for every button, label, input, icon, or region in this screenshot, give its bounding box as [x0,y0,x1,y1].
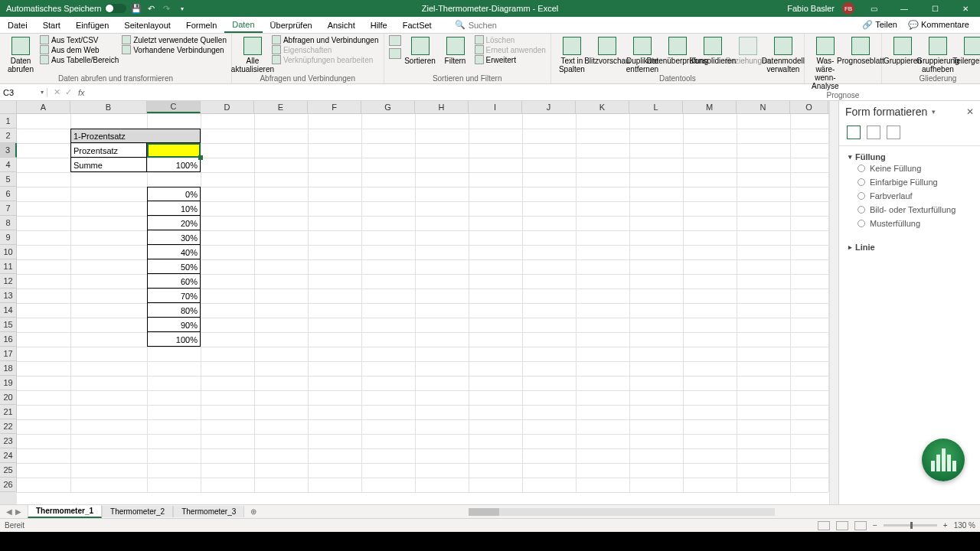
sort-asc-icon[interactable] [389,35,401,46]
col-header-G[interactable]: G [361,101,415,113]
cell-C14[interactable]: 80% [148,303,200,318]
vorhandene-verbindungen[interactable]: Vorhandene Verbindungen [122,45,227,54]
undo-icon[interactable]: ↶ [146,3,157,14]
col-header-B[interactable]: B [70,101,147,113]
ribbon-options-icon[interactable]: ▭ [862,0,885,17]
col-header-H[interactable]: H [415,101,469,113]
col-header-F[interactable]: F [308,101,361,113]
erweitert[interactable]: Erweitert [475,55,546,64]
auto-save-toggle[interactable]: Automatisches Speichern [6,4,126,13]
col-header-O[interactable]: O [790,101,828,113]
row-header-22[interactable]: 22 [0,419,17,434]
fill-option-none[interactable]: Keine Füllung [848,161,971,175]
datenmodell-verwalten-button[interactable]: Datenmodell verwalten [767,35,799,73]
tab-ueberpruefen[interactable]: Überprüfen [263,17,320,33]
redo-icon[interactable]: ↷ [162,3,172,14]
aus-tabelle-bereich[interactable]: Aus Tabelle/Bereich [40,55,119,64]
cell-C11[interactable]: 50% [148,259,200,274]
zoom-level[interactable]: 130 % [954,521,975,530]
row-header-11[interactable]: 11 [0,259,17,274]
cell-B4[interactable]: Summe [71,158,146,172]
toggle-switch[interactable] [105,4,126,13]
tab-einfuegen[interactable]: Einfügen [68,17,116,33]
minimize-icon[interactable]: — [893,0,916,17]
col-header-E[interactable]: E [254,101,308,113]
select-all-corner[interactable] [0,101,17,113]
filtern-button[interactable]: Filtern [439,35,472,65]
cell-C13[interactable]: 70% [148,289,200,303]
row-header-7[interactable]: 7 [0,201,17,216]
blitzvorschau-button[interactable]: Blitzvorschau [591,35,623,65]
abfragen-verbindungen[interactable]: Abfragen und Verbindungen [272,35,379,44]
horizontal-scrollbar[interactable] [263,508,980,516]
tab-ansicht[interactable]: Ansicht [320,17,363,33]
konsolidieren-button[interactable]: Konsolidieren [697,35,729,65]
fill-option-gradient[interactable]: Farbverlauf [848,189,971,203]
add-sheet-icon[interactable]: ⊕ [244,507,263,516]
daten-abrufen-button[interactable]: Daten abrufen [5,35,37,73]
user-avatar[interactable]: FB [842,2,854,15]
cell-C8[interactable]: 20% [148,216,200,230]
sheet-nav-prev-icon[interactable]: ◀ [6,507,12,516]
row-header-19[interactable]: 19 [0,376,17,390]
fill-line-tab-icon[interactable] [847,126,861,139]
sortieren-button[interactable]: Sortieren [404,35,436,65]
row-header-17[interactable]: 17 [0,347,17,361]
row-header-20[interactable]: 20 [0,390,17,405]
col-header-I[interactable]: I [469,101,522,113]
row-header-3[interactable]: 3 [0,143,17,158]
duplikate-entfernen-button[interactable]: Duplikate entfernen [626,35,658,73]
fill-option-solid[interactable]: Einfarbige Füllung [848,175,971,189]
effects-tab-icon[interactable] [867,126,880,139]
cell-C4[interactable]: 100% [148,158,200,172]
row-header-10[interactable]: 10 [0,245,17,259]
text-in-spalten-button[interactable]: Text in Spalten [556,35,588,73]
sheet-nav-next-icon[interactable]: ▶ [15,507,21,516]
datenueberpruefung-button[interactable]: Datenüberprüfung [662,35,694,65]
alle-aktualisieren-button[interactable]: Alle aktualisieren [237,35,269,73]
size-tab-icon[interactable] [887,126,900,139]
sheet-tab-1[interactable]: Thermometer_1 [28,505,102,518]
col-header-J[interactable]: J [522,101,576,113]
row-header-14[interactable]: 14 [0,303,17,318]
col-header-N[interactable]: N [737,101,790,113]
tab-start[interactable]: Start [35,17,68,33]
zoom-slider[interactable] [884,524,937,527]
aus-dem-web[interactable]: Aus dem Web [40,45,119,54]
cell-C16[interactable]: 100% [148,332,200,347]
close-icon[interactable]: ✕ [954,0,977,17]
cell-B2[interactable]: 1-Prozentsatz [71,129,146,143]
row-header-8[interactable]: 8 [0,216,17,230]
cell-C7[interactable]: 10% [148,201,200,216]
fill-option-pattern[interactable]: Musterfüllung [848,217,971,230]
fx-icon[interactable]: fx [78,88,90,97]
fill-section-toggle[interactable]: ▾ Füllung [848,152,971,161]
prognoseblatt-button[interactable]: Prognoseblatt [844,35,877,65]
row-header-4[interactable]: 4 [0,158,17,172]
row-header-1[interactable]: 1 [0,114,17,129]
page-layout-view-icon[interactable] [836,521,848,530]
row-header-9[interactable]: 9 [0,230,17,245]
gruppieren-button[interactable]: Gruppieren [887,35,919,65]
col-header-D[interactable]: D [201,101,254,113]
name-box-dropdown-icon[interactable]: ▾ [41,89,44,96]
fill-option-picture[interactable]: Bild- oder Texturfüllung [848,203,971,217]
tab-factset[interactable]: FactSet [395,17,439,33]
col-header-A[interactable]: A [17,101,70,113]
col-header-L[interactable]: L [629,101,683,113]
sort-desc-icon[interactable] [389,48,401,59]
row-header-18[interactable]: 18 [0,361,17,376]
normal-view-icon[interactable] [818,521,830,530]
name-box[interactable]: C3 ▾ [0,88,47,97]
line-section-toggle[interactable]: ▸ Linie [848,243,971,252]
cell-C12[interactable]: 60% [148,274,200,289]
row-header-12[interactable]: 12 [0,274,17,289]
zoom-in-icon[interactable]: + [943,521,948,530]
row-header-23[interactable]: 23 [0,434,17,448]
cells-area[interactable]: 1-ProzentsatzProzentsatzSumme100%0%10%20… [17,114,829,504]
tab-hilfe[interactable]: Hilfe [363,17,395,33]
share-button[interactable]: 🔗 Teilen [862,20,897,30]
zoom-out-icon[interactable]: − [873,521,877,530]
panel-dropdown-icon[interactable]: ▾ [932,108,936,116]
tab-seitenlayout[interactable]: Seitenlayout [116,17,178,33]
